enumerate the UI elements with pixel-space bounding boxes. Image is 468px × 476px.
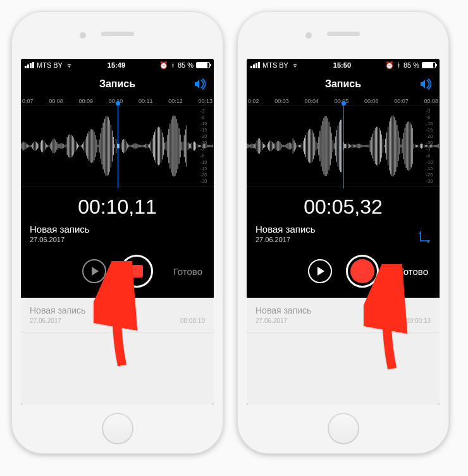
clock-label: 15:50: [333, 61, 351, 69]
list-item[interactable]: Новая запись 27.06.2017 00:00:10: [21, 298, 214, 333]
phone-mockup: MTS BY 15:50 ⏰ ᚼ 85 % Запись 0:0200:0300…: [237, 11, 449, 454]
wifi-icon: [291, 62, 299, 68]
phone-camera: [80, 32, 86, 39]
battery-pct: 85 %: [403, 61, 419, 69]
list-item-title: Новая запись: [256, 305, 311, 315]
status-bar: MTS BY 15:50 ⏰ ᚼ 85 %: [247, 59, 440, 71]
alarm-icon: ⏰: [385, 61, 394, 70]
phone-speaker: [101, 32, 134, 36]
timecode: 00:10,11: [21, 195, 214, 219]
clock-label: 15:49: [108, 61, 125, 69]
recordings-list: Новая запись 27.06.2017 00:00:13: [247, 298, 440, 405]
home-button[interactable]: [102, 413, 133, 444]
signal-icon: [250, 62, 260, 68]
waveform-area[interactable]: -3-6-10-15-20-30-3-6-10-15-20-30: [247, 106, 440, 186]
timecode: 00:05,32: [247, 195, 440, 219]
db-scale: -3-6-10-15-20-30-3-6-10-15-20-30: [200, 106, 213, 186]
recording-date: 27.06.2017: [256, 236, 316, 243]
phone-camera: [305, 32, 312, 39]
playhead[interactable]: [343, 104, 344, 188]
list-item-date: 27.06.2017: [30, 317, 85, 324]
bluetooth-icon: ᚼ: [171, 61, 175, 69]
battery-icon: [196, 62, 210, 68]
recording-date: 27.06.2017: [30, 236, 90, 243]
nav-title: Запись: [99, 78, 135, 90]
speaker-button[interactable]: [194, 78, 207, 90]
controls: Готово: [247, 255, 440, 288]
db-scale: -3-6-10-15-20-30-3-6-10-15-20-30: [426, 106, 439, 186]
play-button[interactable]: [82, 259, 106, 283]
bluetooth-icon: ᚼ: [397, 61, 401, 69]
controls: Готово: [21, 255, 214, 288]
list-item-duration: 00:00:10: [180, 317, 205, 324]
signal-icon: [25, 62, 34, 68]
home-button[interactable]: [328, 413, 359, 444]
waveform-area[interactable]: -3-6-10-15-20-30-3-6-10-15-20-30: [21, 106, 214, 186]
list-item-date: 27.06.2017: [256, 317, 311, 324]
playhead[interactable]: [118, 104, 118, 188]
battery-pct: 85 %: [178, 61, 194, 69]
phone-speaker: [327, 32, 360, 36]
list-item-title: Новая запись: [30, 305, 85, 315]
wifi-icon: [65, 62, 73, 68]
screen: MTS BY 15:49 ⏰ ᚼ 85 % Запись 0:0700:0800…: [21, 59, 214, 405]
record-button[interactable]: [346, 255, 379, 288]
trim-button[interactable]: [418, 231, 431, 243]
status-bar: MTS BY 15:49 ⏰ ᚼ 85 %: [21, 59, 214, 71]
speaker-button[interactable]: [419, 78, 433, 90]
list-item-duration: 00:00:13: [406, 317, 431, 324]
carrier-label: MTS BY: [37, 61, 63, 69]
done-button[interactable]: Готово: [173, 266, 202, 277]
list-item[interactable]: Новая запись 27.06.2017 00:00:13: [247, 298, 440, 333]
recording-title[interactable]: Новая запись: [256, 224, 316, 235]
carrier-label: MTS BY: [262, 61, 288, 69]
phone-mockup: MTS BY 15:49 ⏰ ᚼ 85 % Запись 0:0700:0800…: [11, 11, 223, 454]
nav-bar: Запись: [247, 71, 440, 97]
done-button[interactable]: Готово: [399, 266, 428, 277]
nav-title: Запись: [325, 78, 361, 90]
battery-icon: [422, 62, 436, 68]
play-button[interactable]: [308, 259, 332, 283]
record-button[interactable]: [120, 255, 153, 288]
alarm-icon: ⏰: [159, 61, 168, 70]
recordings-list: Новая запись 27.06.2017 00:00:10: [21, 298, 214, 405]
nav-bar: Запись: [21, 71, 214, 97]
recording-title[interactable]: Новая запись: [30, 224, 90, 235]
screen: MTS BY 15:50 ⏰ ᚼ 85 % Запись 0:0200:0300…: [247, 59, 440, 405]
